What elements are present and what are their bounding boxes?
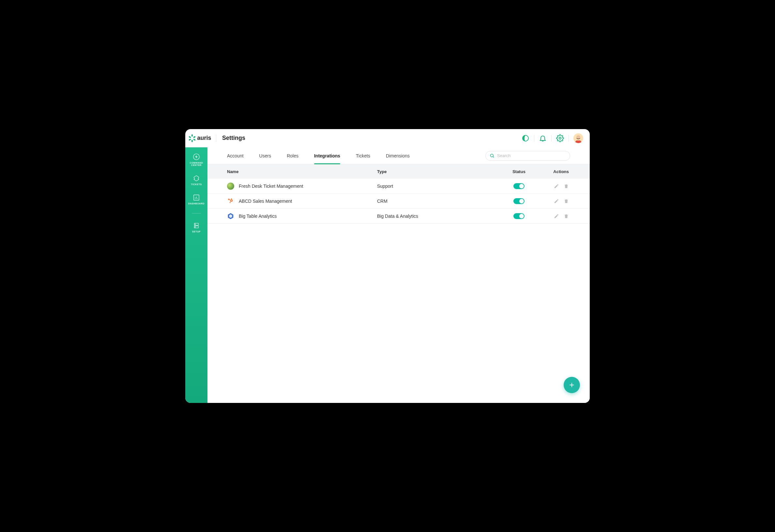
header-separator: [534, 135, 534, 141]
sidebar-item-tickets[interactable]: TICKETS: [185, 175, 207, 185]
table-row: Big Table Analytics Big Data & Analytics: [207, 209, 590, 224]
tab-roles[interactable]: Roles: [287, 147, 298, 164]
left-sidebar: COMMAND CENTER TICKETS DASHBOARD: [185, 147, 207, 403]
header-separator: [551, 135, 552, 141]
search-icon: [490, 153, 495, 158]
plus-icon: [568, 381, 575, 389]
tab-integrations[interactable]: Integrations: [314, 147, 340, 164]
integration-name: Fresh Desk Ticket Management: [239, 184, 303, 189]
svg-point-8: [195, 224, 195, 225]
server-icon: [193, 222, 200, 229]
svg-point-10: [491, 154, 494, 157]
svg-point-9: [195, 227, 195, 227]
edit-icon[interactable]: [554, 199, 559, 204]
app-window: auris Settings: [185, 129, 590, 403]
integration-name: ABCD Sales Management: [239, 199, 292, 204]
sidebar-divider: [192, 213, 201, 214]
sidebar-item-label: TICKETS: [191, 183, 201, 185]
integration-type: Big Data & Analytics: [377, 214, 495, 219]
bell-icon: [539, 134, 547, 142]
integrations-table: Name Type Status Actions Fresh Desk Tick…: [207, 164, 590, 403]
header-separator: [569, 135, 569, 141]
column-header-actions: Actions: [544, 169, 570, 174]
page-title: Settings: [222, 135, 245, 141]
delete-icon[interactable]: [564, 184, 569, 189]
chart-icon: [193, 194, 200, 201]
tab-account[interactable]: Account: [227, 147, 244, 164]
bolt-circle-icon: [193, 153, 200, 160]
user-avatar[interactable]: [574, 133, 583, 143]
delete-icon[interactable]: [564, 199, 569, 204]
delete-icon[interactable]: [564, 214, 569, 219]
brand-mark-icon: [188, 135, 196, 142]
settings-button[interactable]: [556, 134, 564, 142]
top-header: auris Settings: [185, 129, 590, 147]
integration-name: Big Table Analytics: [239, 214, 276, 219]
add-integration-fab[interactable]: [564, 377, 580, 393]
notifications-button[interactable]: [539, 134, 547, 142]
table-header-row: Name Type Status Actions: [207, 164, 590, 179]
sidebar-item-label: DASHBOARD: [188, 202, 204, 205]
svg-rect-3: [575, 140, 581, 143]
sidebar-item-label: SETUP: [192, 230, 201, 233]
bigtable-icon: [227, 213, 234, 220]
brand-logo[interactable]: auris: [185, 135, 215, 142]
freshdesk-icon: [227, 183, 234, 190]
hubspot-icon: [227, 198, 234, 205]
tab-tickets[interactable]: Tickets: [356, 147, 370, 164]
sidebar-item-command-center[interactable]: COMMAND CENTER: [185, 153, 207, 166]
svg-point-1: [559, 137, 561, 139]
svg-point-13: [231, 200, 232, 201]
status-toggle[interactable]: [514, 213, 525, 219]
tab-dimensions[interactable]: Dimensions: [386, 147, 410, 164]
search-input[interactable]: [497, 153, 566, 158]
column-header-status: Status: [495, 169, 544, 174]
integration-type: Support: [377, 184, 495, 189]
avatar-icon: [574, 133, 583, 143]
table-row: ABCD Sales Management CRM: [207, 194, 590, 209]
status-toggle[interactable]: [514, 183, 525, 189]
sidebar-item-setup[interactable]: SETUP: [185, 222, 207, 233]
tab-users[interactable]: Users: [259, 147, 271, 164]
header-actions: [522, 133, 583, 143]
ticket-icon: [193, 175, 200, 182]
gear-icon: [556, 134, 564, 142]
sidebar-item-dashboard[interactable]: DASHBOARD: [185, 194, 207, 205]
integration-type: CRM: [377, 199, 495, 204]
edit-icon[interactable]: [554, 214, 559, 219]
sidebar-item-label: COMMAND CENTER: [185, 162, 207, 166]
table-row: Fresh Desk Ticket Management Support: [207, 179, 590, 194]
column-header-type: Type: [377, 169, 495, 174]
tabs-bar: Account Users Roles Integrations Tickets…: [207, 147, 590, 164]
app-body: COMMAND CENTER TICKETS DASHBOARD: [185, 147, 590, 403]
brand-name: auris: [197, 135, 211, 141]
edit-icon[interactable]: [554, 184, 559, 189]
search-box[interactable]: [485, 151, 570, 161]
main-content: Account Users Roles Integrations Tickets…: [207, 147, 590, 403]
theme-toggle-button[interactable]: [522, 134, 529, 142]
moon-circle-icon: [522, 134, 529, 142]
status-toggle[interactable]: [514, 198, 525, 204]
column-header-name: Name: [227, 169, 377, 174]
